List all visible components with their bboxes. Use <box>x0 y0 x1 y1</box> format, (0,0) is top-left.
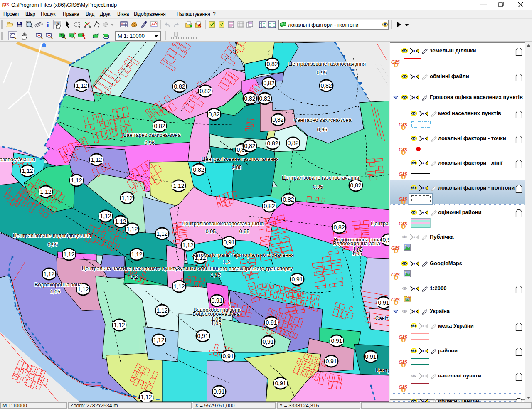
svg-text:Зупинки зовнішнього пасажирськ: Зупинки зовнішнього пасажирського трансп… <box>177 266 293 271</box>
svg-text:0,82: 0,82 <box>193 166 204 173</box>
svg-text:0,91: 0,91 <box>223 239 234 246</box>
svg-text:1,12: 1,12 <box>40 188 51 195</box>
svg-text:0,91: 0,91 <box>266 319 277 326</box>
svg-text:0,95: 0,95 <box>317 70 327 76</box>
svg-text:0,82: 0,82 <box>283 196 294 203</box>
svg-text:Централізоване газопостачання: Централізоване газопостачання <box>282 175 359 181</box>
svg-text:0,91: 0,91 <box>382 237 389 243</box>
svg-text:GIS: GIS <box>391 272 400 278</box>
svg-text:0,91: 0,91 <box>331 338 342 344</box>
svg-text:1,2: 1,2 <box>131 274 138 280</box>
svg-text:1,12: 1,12 <box>63 251 74 258</box>
svg-text:GIS: GIS <box>399 384 407 390</box>
svg-text:0,91: 0,91 <box>378 299 389 306</box>
svg-text:0,95: 0,95 <box>48 242 58 248</box>
svg-text:1,12: 1,12 <box>126 226 138 232</box>
svg-text:1,12: 1,12 <box>115 218 126 225</box>
svg-text:1,15: 1,15 <box>211 272 221 278</box>
svg-text:1,12: 1,12 <box>156 307 167 314</box>
svg-text:GIS: GIS <box>399 171 407 177</box>
svg-text:GIS: GIS <box>391 245 400 251</box>
svg-text:0,95: 0,95 <box>239 229 249 234</box>
svg-text:1,12: 1,12 <box>131 251 142 258</box>
svg-text:Центральна частина населеного: Центральна частина населеного пункту <box>82 266 178 271</box>
svg-text:0,95: 0,95 <box>232 165 242 170</box>
svg-text:1,05: 1,05 <box>352 251 362 256</box>
svg-text:Централізоване газопостачання: Централізоване газопостачання <box>182 221 259 227</box>
svg-text:0,82: 0,82 <box>272 116 283 123</box>
svg-text:1,12: 1,12 <box>100 213 111 219</box>
svg-text:GIS: GIS <box>399 334 407 340</box>
svg-text:0,82: 0,82 <box>267 140 278 147</box>
svg-text:1,05: 1,05 <box>211 320 221 326</box>
svg-text:1,12: 1,12 <box>153 337 164 343</box>
svg-text:0,82: 0,82 <box>208 111 219 118</box>
svg-text:1,12: 1,12 <box>121 195 133 201</box>
svg-text:Центра: Центра <box>376 367 389 373</box>
svg-text:1,12: 1,12 <box>173 182 184 189</box>
svg-text:0,82: 0,82 <box>200 88 211 94</box>
svg-text:1,2: 1,2 <box>223 259 230 265</box>
svg-text:0,91: 0,91 <box>291 276 303 283</box>
svg-text:1,05: 1,05 <box>50 289 60 295</box>
svg-text:0,91: 0,91 <box>365 353 376 360</box>
svg-text:0,82: 0,82 <box>259 95 270 102</box>
svg-text:0,91: 0,91 <box>275 380 286 387</box>
svg-text:1,12: 1,12 <box>140 394 152 400</box>
svg-text:GIS: GIS <box>391 297 400 303</box>
svg-text:Централізоване газопостачання: Централізоване газопостачання <box>288 61 366 67</box>
svg-text:GIS: GIS <box>2 2 9 7</box>
svg-text:0,82: 0,82 <box>264 203 275 209</box>
svg-text:GIS: GIS <box>399 359 407 365</box>
svg-text:Санітарно захисна-зона: Санітарно захисна-зона <box>123 132 180 138</box>
svg-text:Саніта: Саніта <box>375 315 389 321</box>
svg-text:1,12: 1,12 <box>43 271 54 277</box>
svg-text:Централізоване газопостачання: Централізоване газопостачання <box>202 156 279 162</box>
svg-text:Автомагістраль територіального: Автомагістраль територіального значення <box>192 252 294 258</box>
svg-text:Санітарно захисна-зона: Санітарно захисна-зона <box>293 117 351 123</box>
svg-text:0,82: 0,82 <box>244 143 255 149</box>
svg-text:GIS: GIS <box>399 147 407 153</box>
svg-text:GIS: GIS <box>391 59 400 65</box>
svg-text:Водоохоронна зона: Водоохоронна зона <box>34 282 82 288</box>
svg-text:0,82: 0,82 <box>154 123 165 129</box>
svg-text:1,12: 1,12 <box>182 242 193 249</box>
svg-text:0,91: 0,91 <box>325 358 337 365</box>
svg-text:0,96: 0,96 <box>317 127 327 133</box>
svg-text:GIS: GIS <box>399 122 407 128</box>
svg-text:Водоохоронна зона: Водоохоронна зона <box>333 241 380 246</box>
svg-text:0,91: 0,91 <box>211 297 222 304</box>
svg-text:0,82: 0,82 <box>244 95 255 102</box>
svg-text:0,82: 0,82 <box>263 80 274 86</box>
svg-text:0,96: 0,96 <box>145 140 155 146</box>
svg-text:0,95: 0,95 <box>206 229 216 234</box>
svg-text:0,95: 0,95 <box>313 184 323 190</box>
svg-text:0,82: 0,82 <box>174 83 185 90</box>
svg-text:0,82: 0,82 <box>320 82 332 89</box>
svg-text:Централізован: Централізован <box>371 221 389 227</box>
svg-text:1,12: 1,12 <box>173 283 185 290</box>
svg-text:0,91: 0,91 <box>213 388 224 395</box>
svg-text:0,91: 0,91 <box>222 353 234 360</box>
svg-text:опостачання: опостачання <box>5 157 35 163</box>
svg-text:1,12: 1,12 <box>113 322 125 328</box>
svg-text:Централізоване водовідведення: Централізоване водовідведення <box>13 233 91 239</box>
svg-text:1,12: 1,12 <box>22 168 33 174</box>
svg-text:0,82: 0,82 <box>333 224 345 231</box>
svg-text:i: i <box>47 21 49 29</box>
svg-text:0,82: 0,82 <box>287 140 298 146</box>
svg-text:GIS: GIS <box>399 221 407 227</box>
svg-text:0,82: 0,82 <box>350 182 361 189</box>
svg-text:0,91: 0,91 <box>197 333 208 339</box>
svg-text:0,91: 0,91 <box>262 338 273 345</box>
svg-text:1,12: 1,12 <box>91 156 102 163</box>
svg-text:1,12: 1,12 <box>71 177 82 184</box>
svg-text:1,12: 1,12 <box>76 82 87 89</box>
svg-text:0,82: 0,82 <box>266 61 278 67</box>
svg-text:GIS: GIS <box>399 196 407 202</box>
svg-text:1,12: 1,12 <box>156 230 167 237</box>
